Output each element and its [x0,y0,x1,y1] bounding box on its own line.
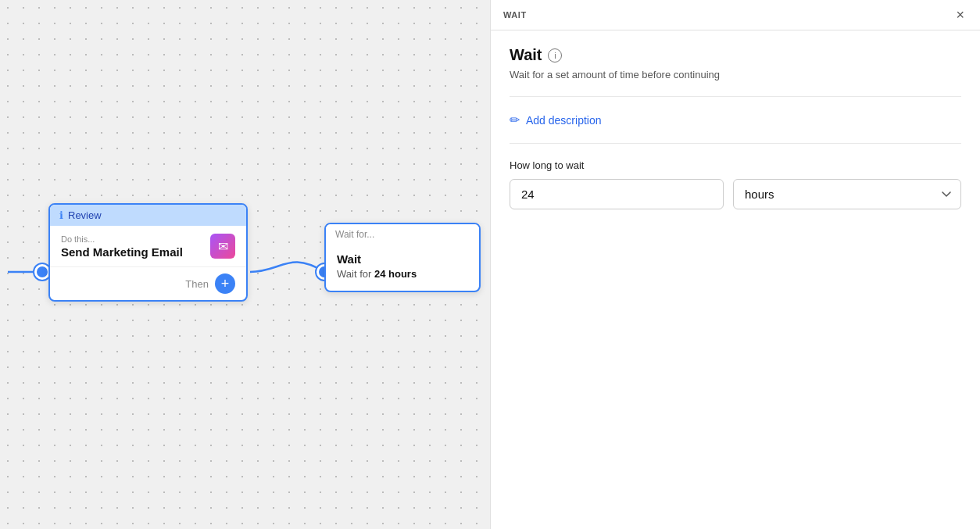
add-after-email-button[interactable]: + [215,273,235,294]
email-node-content: Do this... Send Marketing Email [61,234,183,259]
wait-node-body: Wait Wait for 24 hours [326,245,479,291]
send-email-label: Send Marketing Email [61,245,183,259]
wait-node-header: Wait for... [326,224,479,245]
email-node-header: ℹ Review [50,205,246,226]
wait-heading: Wait [510,46,542,64]
add-description-label: Add description [526,114,602,127]
email-node-body: Do this... Send Marketing Email ✉ [50,226,246,266]
wait-info-icon[interactable]: i [548,48,562,63]
wait-panel-description: Wait for a set amount of time before con… [510,69,961,80]
email-node-footer: Then + [50,266,246,300]
pen-icon: ✏ [510,113,520,127]
email-icon-badge: ✉ [210,234,235,259]
wait-for-label: Wait for... [335,229,374,240]
then-label: Then [185,278,209,290]
panel-header: WAIT × [491,0,980,30]
wait-node-title: Wait [337,252,468,266]
wait-panel: WAIT × Wait i Wait for a set amount of t… [490,0,980,529]
panel-title: WAIT [503,10,527,20]
wait-desc-prefix: Wait for [337,268,374,280]
info-letter: i [554,51,556,60]
panel-body: Wait i Wait for a set amount of time bef… [491,30,980,529]
send-email-node: ℹ Review Do this... Send Marketing Email… [48,203,248,302]
wait-node[interactable]: Wait for... Wait Wait for 24 hours [324,223,481,292]
divider-2 [510,143,961,144]
wait-inputs-row: minutes hours days weeks [510,179,961,209]
email-node-header-title: Review [68,209,102,221]
info-icon: ℹ [59,209,63,221]
wait-unit-select[interactable]: minutes hours days weeks [733,179,961,209]
how-long-label: How long to wait [510,159,961,171]
wait-duration: 24 hours [374,268,417,280]
add-description-button[interactable]: ✏ Add description [510,109,602,130]
wait-heading-row: Wait i [510,46,961,64]
do-this-label: Do this... [61,234,183,244]
workflow-canvas: ℹ Review Do this... Send Marketing Email… [0,0,490,529]
wait-number-input[interactable] [510,179,724,209]
close-panel-button[interactable]: × [953,6,967,23]
wait-node-description: Wait for 24 hours [337,268,468,280]
divider-1 [510,96,961,97]
start-connector-dot [34,264,50,280]
